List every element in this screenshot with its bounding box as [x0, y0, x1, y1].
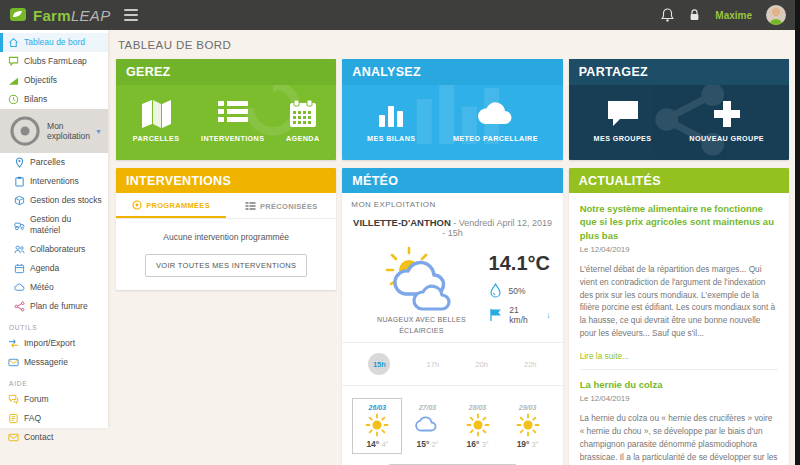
speech-bubble-icon: [605, 98, 641, 130]
sidebar-section-outils: OUTILS: [0, 316, 108, 334]
sidebar-item-import-export[interactable]: Import/Export: [0, 334, 108, 353]
gerez-card-title: GEREZ: [116, 59, 336, 85]
wind-value: 21 km/h: [509, 305, 539, 325]
sidebar-item-messagerie[interactable]: Messagerie: [0, 353, 108, 372]
home-icon: [8, 37, 19, 48]
sidebar-section-aide: AIDE: [0, 372, 108, 390]
bar-chart-icon: [375, 98, 407, 130]
sidebar-item-interventions[interactable]: Interventions: [0, 172, 108, 191]
hour-22h[interactable]: 22h: [524, 360, 537, 369]
hour-15h[interactable]: 15h: [368, 353, 390, 375]
hamburger-menu-icon[interactable]: [124, 6, 138, 24]
notifications-bell-icon[interactable]: [661, 8, 674, 22]
calendar-icon: [287, 98, 319, 130]
sun-cloud-weather-icon: [379, 246, 463, 312]
sidebar-item-forum[interactable]: Forum: [0, 390, 108, 409]
news-date: Le 12/04/2019: [580, 245, 778, 254]
sidebar-item-meteo[interactable]: Météo: [0, 278, 108, 297]
mes-groupes-tile[interactable]: MES GROUPES: [594, 98, 652, 143]
day-tile-26-03[interactable]: 26/03 14° 4°: [352, 398, 402, 454]
tab-programmees[interactable]: PROGRAMMÉES: [116, 193, 226, 218]
main-content: TABLEAU DE BORD GEREZ PARCELLES INTERVEN…: [108, 30, 795, 465]
news-item: La hernie du colza Le 12/04/2019 La hern…: [580, 378, 778, 465]
cloud-icon: [14, 282, 25, 293]
wind-direction-arrow: ↓: [546, 310, 551, 320]
day-tile-28-03[interactable]: 28/03 16° 3°: [452, 398, 502, 454]
sidebar-item-objectifs[interactable]: Objectifs: [0, 71, 108, 90]
sidebar-item-collaborateurs[interactable]: Collaborateurs: [0, 240, 108, 259]
meteo-card: MÉTÉO MON EXPLOITATION VILLETTE-D'ANTHON…: [342, 168, 562, 465]
forum-bubbles-icon: [8, 394, 19, 405]
analysez-card: ANALYSEZ MES BILANS METEO PARCELLAIRE: [342, 59, 562, 160]
news-excerpt: La hernie du colza ou « hernie des cruci…: [580, 412, 778, 465]
hour-17h[interactable]: 17h: [427, 360, 440, 369]
sidebar-item-gestion-du-materiel[interactable]: Gestion du matériel: [0, 210, 108, 240]
no-intervention-message: Aucune intervention programmée: [116, 232, 336, 242]
interventions-card: INTERVENTIONS PROGRAMMÉES PRÉCONISÉES Au…: [116, 168, 336, 290]
news-item: Notre système alimentaire ne fonctionne …: [580, 202, 778, 370]
branch-nodes-icon: [14, 301, 25, 312]
hourly-forecast: 15h 17h 20h 22h: [350, 349, 554, 379]
users-icon: [14, 244, 25, 255]
wind-row: 21 km/h ↓: [489, 305, 551, 325]
cloud-icon: [475, 98, 515, 130]
actualites-card: ACTUALITÉS Notre système alimentaire ne …: [569, 168, 789, 465]
sidebar-item-parcelles[interactable]: Parcelles: [0, 153, 108, 172]
news-title-link[interactable]: Notre système alimentaire ne fonctionne …: [580, 202, 778, 242]
envelope-icon: [8, 357, 19, 368]
transfer-arrows-icon: [8, 338, 19, 349]
brand-title: FarmLEAP: [33, 7, 110, 24]
meteo-parcellaire-tile[interactable]: METEO PARCELLAIRE: [453, 98, 538, 143]
sun-icon: [466, 413, 490, 437]
view-all-interventions-button[interactable]: VOIR TOUTES MES INTERVENTIONS: [145, 254, 307, 277]
faq-document-icon: [8, 413, 19, 424]
hour-20h[interactable]: 20h: [475, 360, 488, 369]
sidebar-item-clubs-farmleap[interactable]: Clubs FarmLeap: [0, 52, 108, 71]
target-icon: [132, 200, 142, 210]
nouveau-groupe-tile[interactable]: NOUVEAU GROUPE: [689, 98, 764, 143]
interventions-tabs: PROGRAMMÉES PRÉCONISÉES: [116, 193, 336, 219]
sidebar-item-contact[interactable]: Contact: [0, 428, 108, 447]
gerez-agenda-tile[interactable]: AGENDA: [286, 98, 320, 143]
farmleap-logo[interactable]: FarmLEAP: [10, 7, 110, 24]
mes-bilans-tile[interactable]: MES BILANS: [367, 98, 415, 143]
meteo-datetime: - Vendredi April 12, 2019 - 15h: [442, 218, 552, 238]
plus-icon: [711, 98, 743, 130]
page-scrollbar[interactable]: [795, 0, 800, 465]
meteo-card-title: MÉTÉO: [342, 168, 562, 193]
interventions-card-title: INTERVENTIONS: [116, 168, 336, 193]
meteo-location-line: VILLETTE-D'ANTHON - Vendredi April 12, 2…: [350, 217, 554, 238]
chevron-down-icon: ▼: [95, 128, 102, 135]
humidity-value: 50%: [509, 286, 526, 296]
sidebar-item-gestion-des-stocks[interactable]: Gestion des stocks: [0, 191, 108, 210]
user-name[interactable]: Maxime: [715, 10, 752, 21]
lock-icon[interactable]: [688, 8, 701, 22]
sidebar-item-mon-exploitation[interactable]: Mon exploitation ▼: [0, 109, 108, 153]
partagez-card-title: PARTAGEZ: [569, 59, 789, 85]
meteo-location: VILLETTE-D'ANTHON: [353, 217, 451, 228]
wind-flag-icon: [489, 308, 503, 322]
weather-condition: NUAGEUX AVEC BELLES ÉCLAIRCIES: [354, 315, 488, 336]
sidebar-item-faq[interactable]: FAQ: [0, 409, 108, 428]
gerez-parcelles-tile[interactable]: PARCELLES: [133, 98, 180, 143]
tab-preconisees[interactable]: PRÉCONISÉES: [226, 193, 336, 218]
gerez-card: GEREZ PARCELLES INTERVENTIONS AGENDA: [116, 59, 336, 160]
droplet-icon: [489, 283, 502, 298]
contact-mail-icon: [8, 432, 19, 443]
list-grid-icon: [245, 201, 256, 211]
read-more-link[interactable]: Lire la suite...: [580, 351, 629, 361]
day-tile-27-03[interactable]: 27/03 15° 2°: [402, 398, 452, 454]
clipboard-icon: [14, 176, 25, 187]
sidebar-item-bilans[interactable]: Bilans: [0, 90, 108, 109]
cloud-icon: [415, 413, 439, 437]
sidebar-item-plan-de-fumure[interactable]: Plan de fumure: [0, 297, 108, 316]
clock-icon: [8, 94, 19, 105]
news-title-link[interactable]: La hernie du colza: [580, 378, 778, 391]
sun-icon: [365, 413, 389, 437]
gerez-interventions-tile[interactable]: INTERVENTIONS: [201, 98, 264, 143]
growth-chart-icon: [8, 75, 19, 86]
sidebar-item-agenda[interactable]: Agenda: [0, 259, 108, 278]
user-avatar[interactable]: [766, 5, 786, 25]
sidebar-item-tableau-de-bord[interactable]: Tableau de bord: [0, 33, 108, 52]
day-tile-29-03[interactable]: 29/03 19° 3°: [503, 398, 553, 454]
